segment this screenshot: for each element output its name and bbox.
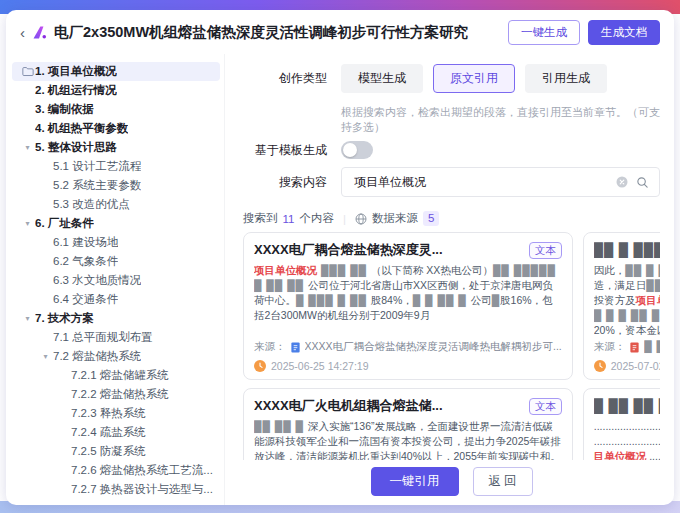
sidebar-item[interactable]: 1. 项目单位概况 [12,62,220,81]
results-grid: XXXX电厂耦合熔盐储热深度灵...文本项目单位概况 ███ ██ （以下简称 … [243,232,660,460]
sidebar-item-label: 6.2 气象条件 [53,254,118,269]
sidebar-item[interactable]: ▾7.2 熔盐储热系统 [12,347,220,366]
sidebar-item[interactable]: 6.2 气象条件 [12,252,220,271]
sidebar-item[interactable]: 6.1 建设场地 [12,233,220,252]
sidebar-item[interactable]: 7.2.7 换热器设计与选型与... [12,480,220,499]
chevron-down-icon[interactable]: ▾ [20,219,35,228]
redacted-text: █ [492,294,500,306]
redacted-text: ██ █ █ ████████ ██ [625,264,660,276]
return-button[interactable]: 返回 [473,467,533,496]
sidebar-item[interactable]: 7.2.2 熔盐储热系统 [12,385,220,404]
snippet-text: 因此， [594,264,626,276]
result-card[interactable]: XXXX电厂火电机组耦合熔盐储...文本██ ██ █ 深入实施“136”发展战… [243,388,573,460]
back-chevron-icon[interactable]: ‹ [20,25,25,40]
sidebar-item-label: 7.2.7 换热器设计与选型与... [71,482,213,497]
sidebar-item[interactable]: 7.1 总平面规划布置 [12,328,220,347]
sidebar-item-label: 5.3 改造的优点 [53,197,130,212]
pdf-file-icon [629,342,640,353]
sidebar-item-label: 3. 编制依据 [35,102,94,117]
sidebar-item[interactable]: 4. 机组热平衡参数 [12,119,220,138]
header: ‹ 电厂2x350MW机组熔盐储热深度灵活性调峰初步可行性方案研究 一键生成 生… [6,10,674,54]
creation-type-option[interactable]: 原文引用 [433,64,515,93]
main-content: 创作类型 模型生成原文引用引用生成 根据搜索内容，检索出期望的段落，直接引用至当… [225,54,674,505]
chevron-down-icon[interactable]: ▾ [20,143,35,152]
sidebar-item[interactable]: 7.2.4 疏盐系统 [12,423,220,442]
redacted-text: █ ██ ██ █ [594,398,660,413]
sidebar-item[interactable]: 7.2.1 熔盐储罐系统 [12,366,220,385]
sidebar-item[interactable]: 6.3 水文地质情况 [12,271,220,290]
sidebar-item[interactable]: 5.3 改造的优点 [12,195,220,214]
creation-type-option[interactable]: 模型生成 [341,64,423,93]
sidebar-item-label: 7.2.6 熔盐储热系统工艺流... [71,463,213,478]
snippet-text: ........................................… [594,420,660,447]
redacted-text: ███ ██ [317,264,371,276]
sidebar-item[interactable]: 7.2.3 释热系统 [12,404,220,423]
app-logo-icon [31,24,48,41]
sidebar-item[interactable]: ▾5. 整体设计思路 [12,138,220,157]
card-source-row: 来源：█ ███ ██ ███可研报告汇总230826.pdf [594,340,660,354]
template-toggle[interactable] [341,141,373,159]
snippet-text: XXXX电厂耦合熔盐储热深度灵... [254,242,443,257]
snippet-text: XXXX电厂火电机组耦合熔盐储... [254,398,443,413]
data-source-label[interactable]: 数据来源 [372,211,418,226]
clock-icon [594,360,606,372]
results-meta: 搜索到 11 个内容 | 数据来源 5 [243,211,660,226]
source-file-link[interactable]: █ ███ ██ ███可研报告汇总230826.pdf [644,340,660,354]
sidebar-item-label: 7.2.4 疏盐系统 [71,425,146,440]
sidebar-item-label: 4. 机组热平衡参数 [35,121,128,136]
result-card[interactable]: XXXX电厂耦合熔盐储热深度灵...文本项目单位概况 ███ ██ （以下简称 … [243,232,573,380]
card-title: █ ██ ██ █可研报告汇... [594,397,660,415]
creation-type-option[interactable]: 引用生成 [525,64,607,93]
result-card[interactable]: █ ██ ██ █可研报告汇...文本.....................… [583,388,660,460]
source-file-link[interactable]: XXXX电厂耦合熔盐储热深度灵活调峰热电解耦初步可... [305,340,562,354]
sidebar-item[interactable]: 5.2 系统主要参数 [12,176,220,195]
folder-icon [20,66,35,77]
keyword-highlight: 项目单位概况 [636,294,660,306]
search-input[interactable] [352,174,608,190]
redacted-text: ██ █ ████ ██ [594,242,660,257]
sidebar-item-label: 6.4 交通条件 [53,292,118,307]
clock-icon [254,360,266,372]
sidebar-item[interactable]: 7.2.6 熔盐储热系统工艺流... [12,461,220,480]
card-title: ██ █ ████ ██可研报告汇... [594,241,660,259]
chevron-down-icon[interactable]: ▾ [38,352,53,361]
card-snippet: 因此，██ █ █ ████████ ██ 组进行采暖供热改造，满足日██增长的… [594,263,660,335]
sidebar-item[interactable]: ▾7. 技术方案 [12,309,220,328]
sidebar-item-label: 5.1 设计工艺流程 [53,159,141,174]
data-source-count[interactable]: 5 [423,211,439,226]
sidebar-item-label: 5. 整体设计思路 [35,140,117,155]
sidebar-item-label: 7. 技术方案 [35,311,94,326]
sidebar-item[interactable]: 2. 机组运行情况 [12,81,220,100]
toggle-knob [343,143,357,157]
one-click-generate-button[interactable]: 一键生成 [508,20,580,45]
sidebar-item[interactable]: 7.2.5 防凝系统 [12,442,220,461]
sidebar-item-label: 5.2 系统主要参数 [53,178,141,193]
sidebar-item[interactable]: ▾6. 厂址条件 [12,214,220,233]
sidebar-item-label: 6.1 建设场地 [53,235,118,250]
chevron-down-icon[interactable]: ▾ [20,314,35,323]
meta-divider: | [343,213,346,225]
redacted-text: █ ███ ██ ███ [644,340,660,352]
redacted-text: ██ [646,279,660,291]
card-snippet: ........................................… [594,419,660,460]
result-card[interactable]: ██ █ ████ ██可研报告汇...文本因此，██ █ █ ████████… [583,232,660,380]
cite-button[interactable]: 一键引用 [371,467,459,496]
search-input-box [341,167,660,197]
sidebar-item-label: 1. 项目单位概况 [35,64,117,79]
sidebar-item-label: 7.2.1 熔盐储罐系统 [71,368,169,383]
sidebar-item[interactable]: 6.4 交通条件 [12,290,220,309]
sidebar-item[interactable]: 5.1 设计工艺流程 [12,157,220,176]
snippet-text: 股84%， [371,294,413,306]
sidebar-item-label: 7.2.3 释热系统 [71,406,146,421]
sidebar-item-label: 2. 机组运行情况 [35,83,117,98]
snippet-text: （以下简称 XX热电公司） [371,264,493,276]
clear-icon[interactable] [616,176,628,188]
search-icon[interactable] [636,176,649,189]
creation-type-label: 创作类型 [243,70,327,87]
sidebar-item[interactable]: 3. 编制依据 [12,100,220,119]
sidebar-item-label: 6.3 水文地质情况 [53,273,141,288]
page-title: 电厂2x350MW机组熔盐储热深度灵活性调峰初步可行性方案研究 [54,23,508,42]
sidebar-item-label: 6. 厂址条件 [35,216,94,231]
redacted-text: ██ ██ █ [254,420,308,432]
generate-document-button[interactable]: 生成文档 [588,20,660,45]
